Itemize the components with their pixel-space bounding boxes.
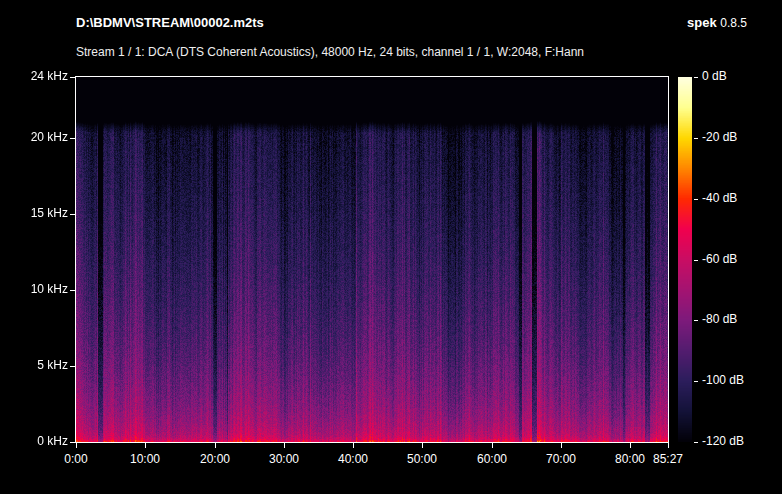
colorbar-label: -120 dB	[702, 434, 772, 449]
colorbar-tick	[694, 381, 698, 382]
spectrogram-plot	[75, 76, 669, 443]
colorbar-tick	[694, 320, 698, 321]
colorbar	[678, 77, 692, 442]
y-axis-label: 0 kHz	[8, 434, 68, 449]
colorbar-label: -100 dB	[702, 373, 772, 388]
y-axis-tick	[70, 290, 75, 291]
colorbar-tick	[694, 77, 698, 78]
colorbar-tick	[694, 260, 698, 261]
x-axis-label: 20:00	[183, 452, 247, 467]
x-axis-tick	[145, 443, 146, 448]
x-axis-label: 0:00	[44, 452, 108, 467]
app-version: 0.8.5	[720, 16, 747, 30]
x-axis-tick	[561, 443, 562, 448]
y-axis-tick	[70, 214, 75, 215]
x-axis-label: 30:00	[252, 452, 316, 467]
spek-window: { "window": { "file_path": "D:\\BDMV\\ST…	[0, 0, 782, 494]
colorbar-label: 0 dB	[702, 69, 772, 84]
colorbar-tick	[694, 138, 698, 139]
x-axis-tick	[284, 443, 285, 448]
x-axis-tick	[76, 443, 77, 448]
colorbar-label: -60 dB	[702, 252, 772, 267]
x-axis-label: 50:00	[390, 452, 454, 467]
x-axis-tick	[630, 443, 631, 448]
y-axis-label: 15 kHz	[8, 206, 68, 221]
stream-info: Stream 1 / 1: DCA (DTS Coherent Acoustic…	[76, 45, 584, 59]
y-axis-tick	[70, 77, 75, 78]
spectrogram-canvas	[76, 77, 668, 442]
y-axis-label: 10 kHz	[8, 282, 68, 297]
x-axis-tick	[215, 443, 216, 448]
x-axis-tick	[492, 443, 493, 448]
app-brand: spek 0.8.5	[687, 15, 747, 30]
colorbar-tick	[694, 199, 698, 200]
y-axis-label: 5 kHz	[8, 358, 68, 373]
y-axis-tick	[70, 138, 75, 139]
colorbar-label: -40 dB	[702, 191, 772, 206]
y-axis-tick	[70, 366, 75, 367]
x-axis-label: 60:00	[460, 452, 524, 467]
y-axis-label: 20 kHz	[8, 130, 68, 145]
x-axis-label: 70:00	[529, 452, 593, 467]
x-axis-label: 10:00	[113, 452, 177, 467]
x-axis-label: 40:00	[321, 452, 385, 467]
app-name: spek	[687, 15, 717, 30]
y-axis-label: 24 kHz	[8, 69, 68, 84]
x-axis-tick	[353, 443, 354, 448]
colorbar-tick	[694, 442, 698, 443]
colorbar-label: -80 dB	[702, 312, 772, 327]
x-axis-label: 85:27	[636, 452, 700, 467]
x-axis-tick	[422, 443, 423, 448]
x-axis-tick	[668, 443, 669, 448]
colorbar-label: -20 dB	[702, 130, 772, 145]
file-path-title: D:\BDMV\STREAM\00002.m2ts	[76, 15, 264, 30]
y-axis-tick	[70, 442, 75, 443]
colorbar-gradient	[678, 77, 692, 442]
